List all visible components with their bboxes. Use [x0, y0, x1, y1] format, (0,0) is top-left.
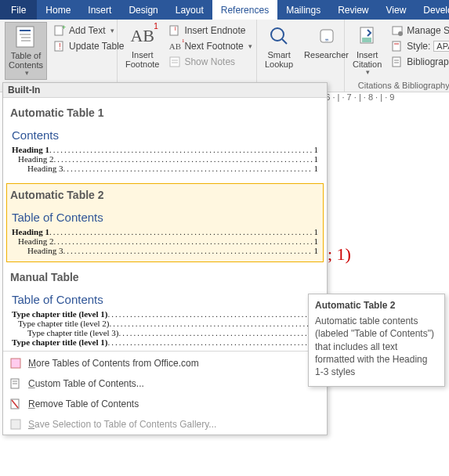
svg-rect-24: [393, 57, 400, 67]
style-icon: [391, 40, 404, 52]
toc-preview-row: Heading 2...............................…: [9, 154, 321, 164]
menu-bar: File Home Insert Design Layout Reference…: [0, 0, 449, 20]
group-footnotes: AB 1 Insert Footnote i Insert Endnote AB…: [118, 20, 257, 92]
caret-icon: ▾: [366, 69, 370, 77]
smart-lookup-button[interactable]: Smart Lookup: [262, 22, 296, 70]
update-table-icon: !: [53, 40, 66, 52]
tab-design[interactable]: Design: [120, 0, 166, 20]
toc-preview-row: Heading 1...............................…: [9, 145, 321, 154]
svg-rect-0: [16, 27, 34, 47]
svg-rect-19: [362, 38, 371, 42]
toc-preview-row: Type chapter title (level 2)............…: [9, 319, 321, 328]
group-citations: Insert Citation ▾ Manage So Style: APA: [345, 20, 449, 92]
smart-lookup-icon: [266, 23, 291, 49]
tab-mailings[interactable]: Mailings: [277, 0, 329, 20]
insert-endnote-button[interactable]: i Insert Endnote: [167, 23, 253, 38]
gallery-section-builtin: Built-In: [3, 83, 327, 98]
tab-developer[interactable]: Develope: [415, 0, 449, 20]
endnote-icon: i: [168, 24, 181, 37]
toc-preview-row: Heading 1...............................…: [9, 227, 321, 236]
document-text-fragment: ; 1): [328, 244, 351, 265]
gallery-item-title: Manual Table: [9, 268, 321, 287]
style-value[interactable]: APA: [433, 41, 449, 52]
group-table-of-contents: Table of Contents ▾ + Add Text▾ ! Update…: [0, 20, 118, 92]
tab-home[interactable]: Home: [37, 0, 79, 20]
tooltip-body: Automatic table contents (labeled "Table…: [315, 315, 438, 378]
show-notes-button[interactable]: Show Notes: [167, 55, 253, 69]
toc-preview-heading: Table of Contents: [9, 287, 321, 309]
tab-insert[interactable]: Insert: [79, 0, 120, 20]
insert-footnote-button[interactable]: AB 1 Insert Footnote: [122, 22, 162, 70]
svg-text:„: „: [325, 31, 328, 42]
group-label-citations: Citations & Bibliography: [349, 81, 449, 90]
remove-toc-icon: [9, 398, 22, 410]
toc-preview-row: Type chapter title (level 1)............…: [9, 309, 321, 319]
svg-point-21: [398, 31, 403, 36]
style-selector[interactable]: Style: APA: [389, 39, 449, 53]
svg-text:!: !: [59, 42, 61, 51]
next-footnote-icon: AB1: [168, 40, 181, 52]
toc-gallery-dropdown: Built-In Automatic Table 1 Contents Head…: [2, 82, 328, 435]
file-tab[interactable]: File: [0, 0, 37, 20]
tooltip-auto-table-2: Automatic Table 2 Automatic table conten…: [308, 294, 445, 387]
svg-rect-11: [170, 57, 179, 67]
bibliography-button[interactable]: Bibliograph: [389, 55, 449, 69]
group-research: Smart Lookup „ Researcher rch: [257, 20, 345, 92]
tab-layout[interactable]: Layout: [167, 0, 212, 20]
bibliography-icon: [391, 56, 404, 68]
tooltip-title: Automatic Table 2: [315, 299, 438, 312]
svg-point-14: [271, 28, 284, 41]
gallery-item-auto-table-1[interactable]: Automatic Table 1 Contents Heading 1....…: [6, 101, 324, 180]
toc-preview-heading: Table of Contents: [9, 204, 321, 227]
toc-preview-row: Heading 2...............................…: [9, 236, 321, 246]
tab-review[interactable]: Review: [329, 0, 377, 20]
add-text-icon: +: [53, 24, 66, 37]
dropdown-caret-icon: ▾: [25, 70, 29, 78]
insert-citation-icon: [355, 23, 380, 49]
toc-icon: [13, 24, 38, 49]
save-selection-gallery-button: Save Selection to Table of Contents Gall…: [3, 414, 327, 435]
insert-citation-button[interactable]: Insert Citation ▾: [349, 22, 385, 78]
svg-rect-33: [11, 420, 20, 429]
caret-icon: ▾: [110, 27, 114, 34]
custom-toc-button[interactable]: Custom Table of Contents...: [3, 373, 327, 394]
svg-rect-27: [11, 359, 20, 368]
more-toc-office-button[interactable]: MMore Tables of Contents from Office.com…: [3, 353, 327, 373]
toc-preview-row: Type chapter title (level 1)............…: [9, 337, 321, 347]
toc-preview-heading: Contents: [9, 122, 321, 145]
next-footnote-button[interactable]: AB1 Next Footnote▾: [167, 39, 253, 53]
gallery-footer: MMore Tables of Contents from Office.com…: [3, 353, 327, 435]
toc-preview-row: Type chapter title (level 3)............…: [9, 328, 321, 337]
manage-sources-icon: [391, 24, 404, 37]
table-of-contents-button[interactable]: Table of Contents ▾: [5, 22, 47, 80]
remove-toc-button[interactable]: Remove Table of Contents: [3, 394, 327, 414]
svg-rect-9: [170, 26, 178, 35]
gallery-item-manual-table[interactable]: Manual Table Table of Contents Type chap…: [6, 265, 324, 348]
researcher-icon: „: [314, 23, 339, 49]
svg-text:+: +: [62, 24, 66, 31]
toc-preview-row: Heading 3...............................…: [9, 164, 321, 173]
manage-sources-button[interactable]: Manage So: [389, 23, 449, 38]
gallery-item-auto-table-2[interactable]: Automatic Table 2 Table of Contents Head…: [6, 183, 324, 262]
tab-view[interactable]: View: [378, 0, 415, 20]
custom-toc-icon: [9, 377, 22, 390]
toc-preview-row: Heading 3...............................…: [9, 246, 321, 255]
update-table-button[interactable]: ! Update Table: [52, 39, 126, 53]
office-icon: [9, 357, 22, 370]
svg-rect-22: [393, 41, 400, 51]
table-of-contents-label: Table of Contents: [9, 51, 43, 70]
svg-line-15: [282, 39, 287, 44]
save-gallery-icon: [9, 418, 22, 431]
caret-icon: ▾: [248, 42, 252, 50]
tab-references[interactable]: References: [212, 0, 277, 20]
gallery-item-title: Automatic Table 1: [9, 103, 321, 122]
footnote-icon: AB 1: [130, 23, 155, 49]
gallery-item-title: Automatic Table 2: [9, 186, 321, 204]
show-notes-icon: [168, 56, 181, 68]
add-text-button[interactable]: + Add Text▾: [52, 23, 126, 38]
